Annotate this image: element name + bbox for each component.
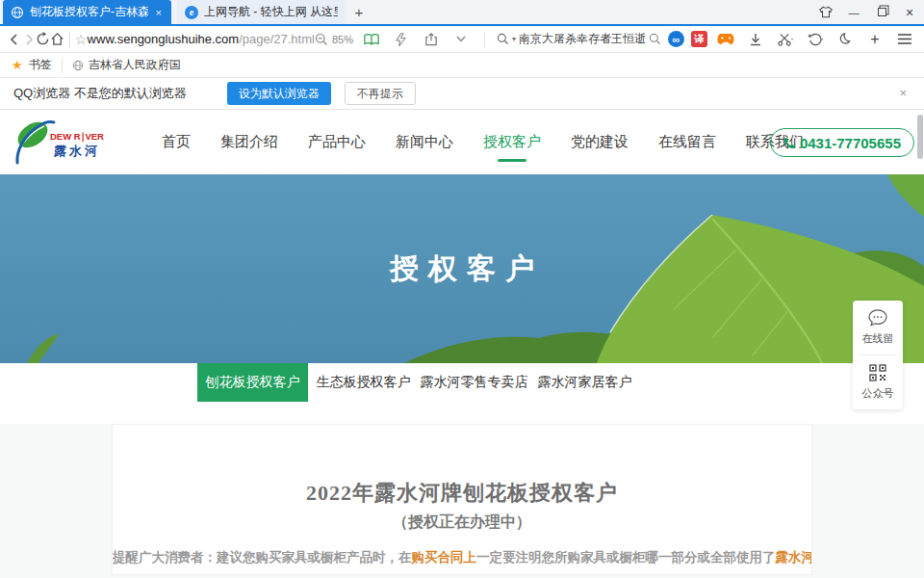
- notification-close-icon[interactable]: ×: [899, 86, 907, 100]
- qr-code-icon: [869, 364, 886, 381]
- hero-title: 授权客户: [0, 250, 924, 289]
- tab-title: 刨花板授权客户-吉林森工远东林业: [30, 4, 148, 20]
- article-card: 2022年露水河牌刨花板授权客户 （授权正在办理中） 提醒广大消费者：建议您购买…: [112, 424, 812, 575]
- browser-toolbar: ☆ www.sengonglushuihe.com/page/27.html 8…: [0, 26, 924, 53]
- article-subheading: （授权正在办理中）: [113, 512, 811, 533]
- chat-bubble-icon: [868, 309, 887, 327]
- toolbar-divider: [484, 32, 485, 47]
- dew-river-logo-icon: DEW R∣VER 露水河: [10, 117, 114, 169]
- zoom-level-value: 85%: [332, 34, 353, 45]
- nav-site-icon: e: [185, 6, 198, 19]
- page-content: 2022年露水河牌刨花板授权客户 （授权正在办理中） 提醒广大消费者：建议您购买…: [0, 424, 924, 578]
- nav-party-building[interactable]: 党的建设: [571, 110, 629, 174]
- address-bar[interactable]: www.sengonglushuihe.com/page/27.html: [88, 32, 315, 46]
- tab-particle-board-clients[interactable]: 刨花板授权客户: [197, 363, 308, 402]
- home-button[interactable]: [50, 29, 64, 50]
- svg-text:露水河: 露水河: [53, 144, 100, 158]
- phone-button[interactable]: 0431-77705655: [770, 128, 914, 157]
- toolbar-expand-chevron-icon[interactable]: [449, 29, 473, 50]
- search-hotword[interactable]: 南京大屠杀幸存者王恒逝世: [519, 31, 646, 47]
- bookmarks-divider: [62, 58, 63, 73]
- restore-button[interactable]: [871, 3, 892, 22]
- forward-button[interactable]: [21, 29, 35, 50]
- phone-icon: [783, 137, 796, 149]
- share-icon[interactable]: [420, 29, 443, 50]
- search-engine-caret-icon[interactable]: ▾: [512, 35, 516, 43]
- globe-icon: [11, 6, 24, 19]
- tab-home-furnishing-clients[interactable]: 露水河家居客户: [529, 363, 640, 402]
- bookmarks-bar: ★ 书签 吉林省人民政府国: [0, 53, 924, 78]
- nav-home[interactable]: 首页: [162, 110, 191, 174]
- bookmark-item-label: 吉林省人民政府国: [89, 57, 181, 73]
- nav-authorized-clients[interactable]: 授权客户: [483, 110, 541, 174]
- nav-news[interactable]: 新闻中心: [396, 110, 453, 174]
- bookmarks-label[interactable]: 书签: [29, 57, 52, 73]
- screenshot-scissors-icon[interactable]: [774, 29, 797, 50]
- menu-icon[interactable]: [893, 29, 916, 50]
- zoom-level-button[interactable]: 85%: [315, 29, 353, 50]
- site-logo[interactable]: DEW R∣VER 露水河: [10, 117, 114, 172]
- nav-about[interactable]: 集团介绍: [220, 110, 278, 174]
- theme-skin-icon[interactable]: [815, 3, 836, 22]
- tab-navigation-page[interactable]: e 上网导航 - 轻快上网 从这里开始: [177, 0, 346, 24]
- tab-close-icon[interactable]: ×: [154, 7, 164, 18]
- main-navigation: 首页 集团介绍 产品中心 新闻中心 授权客户 党的建设 在线留言 联系我们: [162, 110, 804, 174]
- tab-strip: 刨花板授权客户-吉林森工远东林业 × e 上网导航 - 轻快上网 从这里开始 +…: [0, 0, 924, 24]
- close-window-button[interactable]: ×: [899, 3, 920, 22]
- online-message-label: 在线留: [862, 331, 894, 346]
- translate-icon[interactable]: 译: [691, 31, 707, 47]
- svg-text:DEW R∣VER: DEW R∣VER: [50, 131, 104, 143]
- url-host: www.sengonglushuihe.com: [88, 32, 240, 46]
- url-path: /page/27.html: [239, 32, 315, 46]
- bookmark-item[interactable]: 吉林省人民政府国: [72, 57, 181, 73]
- nav-online-message[interactable]: 在线留言: [658, 110, 716, 174]
- globe-icon: [72, 60, 84, 71]
- refresh-button[interactable]: [36, 29, 50, 50]
- article-heading: 2022年露水河牌刨花板授权客户: [113, 479, 811, 508]
- back-button[interactable]: [8, 29, 21, 50]
- toolbar-right-group: 85% ▾ 南京大屠杀幸存者王恒逝世 ∞ 译: [315, 29, 916, 50]
- search-go-icon[interactable]: [649, 33, 661, 45]
- tab-eco-board-clients[interactable]: 生态板授权客户: [308, 363, 419, 402]
- consumer-notice: 提醒广大消费者：建议您购买家具或橱柜产品时，在购买合同上一定要注明您所购家具或橱…: [113, 549, 811, 566]
- hero-banner: 授权客户: [0, 174, 924, 363]
- game-center-icon[interactable]: [714, 29, 737, 50]
- scrollbar-thumb[interactable]: [917, 115, 923, 159]
- phone-number: 0431-77705655: [800, 135, 901, 151]
- tab-retail-stores[interactable]: 露水河零售专卖店: [419, 363, 529, 402]
- night-mode-moon-icon[interactable]: [834, 29, 857, 50]
- bookmark-star-icon[interactable]: ☆: [74, 29, 87, 50]
- toolbar-divider: [69, 32, 70, 47]
- tab-current[interactable]: 刨花板授权客户-吉林森工远东林业 ×: [3, 0, 171, 24]
- client-category-tabs: 刨花板授权客户 生态板授权客户 露水河零售专卖店 露水河家居客户: [0, 363, 924, 402]
- official-account-label: 公众号: [862, 386, 894, 401]
- site-header: DEW R∣VER 露水河 首页 集团介绍 产品中心 新闻中心 授权客户 党的建…: [0, 110, 924, 174]
- floating-contact-widget: 在线留 公众号: [853, 301, 903, 409]
- qq-collect-icon[interactable]: ∞: [668, 31, 684, 47]
- notice-text: 一定要注明您所购家具或橱柜哪一部分或全部使用了: [476, 550, 776, 565]
- add-app-button[interactable]: +: [863, 29, 886, 50]
- nav-products[interactable]: 产品中心: [308, 110, 366, 174]
- default-browser-notification: QQ浏览器 不是您的默认浏览器 设为默认浏览器 不再提示 ×: [0, 78, 924, 110]
- notice-highlight-brand[interactable]: 露水河牌: [776, 550, 813, 565]
- reader-mode-icon[interactable]: [360, 29, 383, 50]
- new-tab-button[interactable]: +: [346, 0, 372, 24]
- download-icon[interactable]: [744, 29, 767, 50]
- bookmarks-star-icon: ★: [12, 58, 23, 72]
- notification-message: QQ浏览器 不是您的默认浏览器: [13, 85, 187, 102]
- tab-title: 上网导航 - 轻快上网 从这里开始: [204, 4, 338, 20]
- online-message-widget[interactable]: 在线留: [853, 301, 903, 355]
- notice-highlight-contract: 购买合同上: [412, 550, 477, 565]
- notice-text: 提醒广大消费者：建议您购买家具或橱柜产品时，在: [113, 550, 412, 565]
- official-account-widget[interactable]: 公众号: [853, 355, 903, 409]
- history-undo-icon[interactable]: [804, 29, 827, 50]
- flash-plugin-icon[interactable]: [390, 29, 413, 50]
- window-controls: — ×: [815, 0, 920, 24]
- search-box[interactable]: ▾ 南京大屠杀幸存者王恒逝世: [497, 31, 661, 47]
- dismiss-notification-button[interactable]: 不再提示: [345, 82, 416, 105]
- set-default-browser-button[interactable]: 设为默认浏览器: [227, 82, 331, 105]
- search-engine-icon: [497, 33, 509, 45]
- browser-window: 刨花板授权客户-吉林森工远东林业 × e 上网导航 - 轻快上网 从这里开始 +…: [0, 0, 924, 578]
- restore-icon: [878, 8, 886, 16]
- minimize-button[interactable]: —: [843, 3, 864, 22]
